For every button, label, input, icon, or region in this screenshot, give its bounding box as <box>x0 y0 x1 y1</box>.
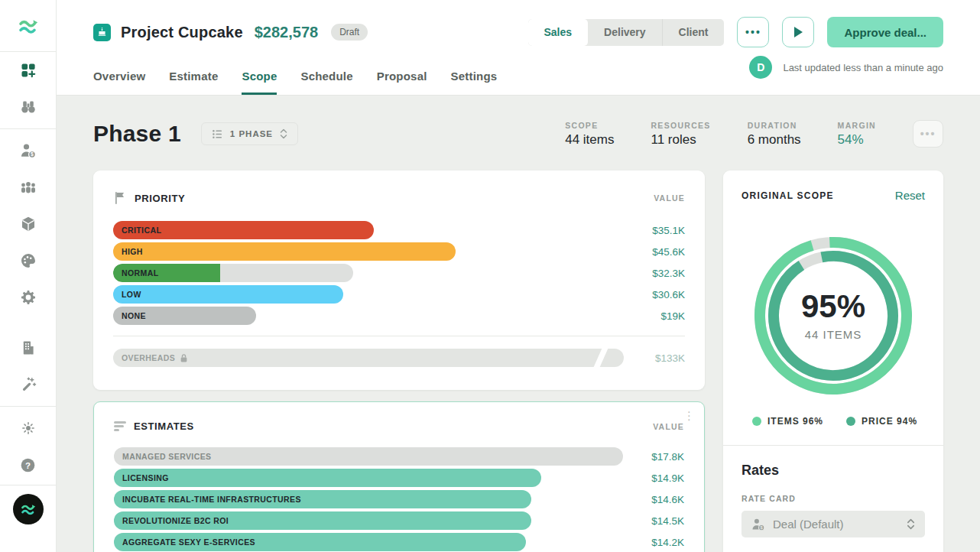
sidebar-item-settings[interactable] <box>0 279 57 316</box>
scope-donut-chart: 95% 44 ITEMS <box>753 235 913 396</box>
sidebar-user-avatar[interactable] <box>0 485 57 532</box>
tab-proposal[interactable]: Proposal <box>377 70 427 95</box>
tab-overview[interactable]: Overview <box>93 70 145 95</box>
last-updated-text: Last updated less than a minute ago <box>783 62 943 73</box>
estimates-card[interactable]: ⋮ ESTIMATES VALUE MANAGED SERVICES$17.8K… <box>93 401 705 552</box>
stat-resources: RESOURCES 11 roles <box>651 121 710 148</box>
list-icon <box>211 128 224 141</box>
chevron-updown-icon <box>906 518 916 531</box>
scope-page: Phase 1 1 PHASE SCOPE 44 items <box>57 96 980 552</box>
bar-label: HIGH <box>113 247 143 256</box>
sidebar-item-theme[interactable] <box>0 410 57 446</box>
chevron-updown-icon <box>279 128 288 140</box>
svg-text:?: ? <box>25 460 31 469</box>
legend-label: ITEMS 96% <box>767 416 823 427</box>
priority-bar-list: CRITICAL$35.1KHIGH$45.6KNORMAL$32.3KLOW$… <box>113 221 685 325</box>
tab-scope[interactable]: Scope <box>242 70 277 95</box>
bar-label: CRITICAL <box>113 226 161 235</box>
bar-value: $14.2K <box>623 537 684 548</box>
bar-label: MANAGED SERVICES <box>114 452 211 461</box>
estimate-bar-row[interactable]: MANAGED SERVICES$17.8K <box>114 447 684 466</box>
sidebar-item-company[interactable] <box>0 330 57 366</box>
view-toggle-delivery[interactable]: Delivery <box>588 19 662 46</box>
reset-link[interactable]: Reset <box>895 189 925 202</box>
priority-bar-row[interactable]: HIGH$45.6K <box>113 242 685 261</box>
rate-card-value: Deal (Default) <box>773 518 899 531</box>
bar-value: $17.8K <box>623 451 684 463</box>
view-toggle-client[interactable]: Client <box>663 19 725 46</box>
bar-label: NONE <box>113 311 146 320</box>
priority-bar-row[interactable]: NORMAL$32.3K <box>113 264 685 282</box>
view-toggle-sales[interactable]: Sales <box>528 19 589 46</box>
legend-item: PRICE 94% <box>846 416 917 427</box>
tab-estimate[interactable]: Estimate <box>169 70 218 95</box>
tab-schedule[interactable]: Schedule <box>300 70 352 95</box>
priority-bar-row[interactable]: NONE$19K <box>113 307 685 325</box>
gear-icon <box>19 288 37 307</box>
legend-label: PRICE 94% <box>862 416 917 427</box>
card-title: ESTIMATES <box>134 420 194 432</box>
sidebar-item-branding[interactable] <box>0 242 57 279</box>
avatar[interactable]: D <box>749 56 772 79</box>
bar-label: INCUBATE REAL-TIME INFRASTRUCTURES <box>114 495 301 504</box>
priority-bar-row[interactable]: LOW$30.6K <box>113 285 685 304</box>
cake-icon <box>96 27 108 38</box>
app-window: $ <box>0 0 980 552</box>
sidebar-item-packages[interactable] <box>0 206 57 242</box>
sun-icon <box>20 420 37 437</box>
bar-value: $35.1K <box>624 225 685 236</box>
sidebar-item-automation[interactable] <box>0 366 57 403</box>
tab-bar: Overview Estimate Scope Schedule Proposa… <box>93 47 497 95</box>
stat-scope: SCOPE 44 items <box>565 121 614 148</box>
sidebar-divider <box>0 406 56 407</box>
app-logo[interactable] <box>0 0 57 52</box>
estimate-bar-row[interactable]: INCUBATE REAL-TIME INFRASTRUCTURES$14.6K <box>114 490 684 508</box>
phase-more-button[interactable]: ••• <box>913 120 943 148</box>
tab-settings[interactable]: Settings <box>451 70 498 95</box>
wave-avatar-icon <box>19 502 37 517</box>
sidebar: $ <box>0 0 57 552</box>
sidebar-item-team[interactable] <box>0 169 57 206</box>
donut-legend: ITEMS 96%PRICE 94% <box>741 416 925 427</box>
sidebar-divider <box>0 128 56 129</box>
approve-deal-button[interactable]: Approve deal... <box>827 17 943 47</box>
bar-value: $19K <box>624 310 685 322</box>
magic-wand-icon <box>19 375 37 394</box>
sidebar-item-dashboard[interactable] <box>0 52 57 89</box>
ellipsis-icon: ••• <box>745 27 761 37</box>
flag-icon <box>113 190 127 206</box>
lock-icon <box>180 353 188 363</box>
rates-title: Rates <box>741 463 925 479</box>
divider <box>723 445 943 446</box>
bar-value: $14.5K <box>623 515 684 527</box>
rate-card-label: RATE CARD <box>741 494 925 503</box>
run-button[interactable] <box>782 17 814 47</box>
person-dollar-icon: $ <box>751 517 766 532</box>
stat-duration: DURATION 6 months <box>748 121 801 148</box>
priority-card: PRIORITY VALUE CRITICAL$35.1KHIGH$45.6KN… <box>93 170 705 390</box>
estimate-bar-row[interactable]: LICENSING$14.9K <box>114 469 684 487</box>
ellipsis-icon: ••• <box>920 128 936 139</box>
sidebar-item-rates[interactable]: $ <box>0 132 57 169</box>
donut-center-label: 44 ITEMS <box>805 328 862 341</box>
bar-value: $14.6K <box>623 494 684 505</box>
sidebar-item-help[interactable]: ? <box>0 446 57 483</box>
bar-label: LOW <box>113 290 141 299</box>
overheads-row[interactable]: OVERHEADS $133K <box>113 349 685 367</box>
bar-value: $32.3K <box>624 268 685 279</box>
priority-bar-row[interactable]: CRITICAL$35.1K <box>113 221 685 239</box>
estimate-bar-row[interactable]: REVOLUTIONIZE B2C ROI$14.5K <box>114 511 684 530</box>
sidebar-item-search[interactable] <box>0 89 57 125</box>
original-scope-panel: ORIGINAL SCOPE Reset 95% 44 ITEMS <box>723 170 943 552</box>
donut-center-value: 95% <box>801 291 865 323</box>
kebab-menu-icon[interactable]: ⋮ <box>683 410 695 423</box>
dashboard-add-icon <box>19 61 37 80</box>
phase-selector[interactable]: 1 PHASE <box>201 122 298 145</box>
rate-card-select[interactable]: $ Deal (Default) <box>741 511 925 537</box>
value-column-header: VALUE <box>653 422 684 431</box>
estimate-bar-row[interactable]: AGGREGATE SEXY E-SERVICES$14.2K <box>114 533 684 551</box>
page-title: Project Cupcake <box>121 24 243 41</box>
bar-label: REVOLUTIONIZE B2C ROI <box>114 516 229 525</box>
more-actions-button[interactable]: ••• <box>737 17 769 47</box>
cube-icon <box>19 215 37 233</box>
